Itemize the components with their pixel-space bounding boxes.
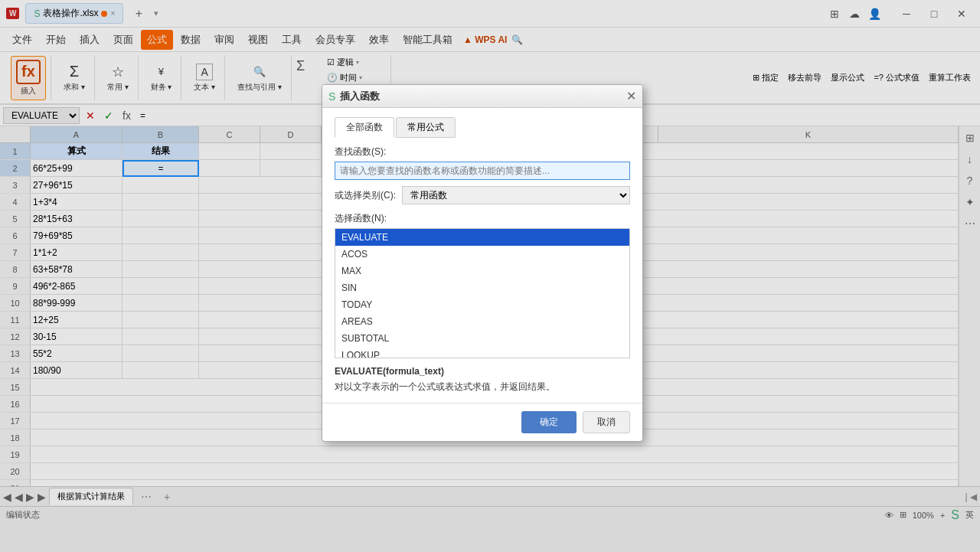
modal-title-text: 插入函数 xyxy=(340,90,626,103)
modal-title-icon: S xyxy=(328,90,335,103)
function-list[interactable]: EVALUATE ACOS MAX SIN TODAY AREAS SUBTOT… xyxy=(335,228,630,358)
modal-tab-common[interactable]: 常用公式 xyxy=(396,117,456,138)
modal-tabs: 全部函数 常用公式 xyxy=(335,117,630,138)
modal-header: S 插入函数 ✕ xyxy=(322,85,642,108)
funclist-label: 选择函数(N): xyxy=(335,212,630,225)
search-label: 查找函数(S): xyxy=(335,145,630,158)
ok-button[interactable]: 确定 xyxy=(521,411,577,433)
cancel-button[interactable]: 取消 xyxy=(583,411,630,433)
modal-close-button[interactable]: ✕ xyxy=(626,89,636,103)
func-desc: 对以文字表示的一个公式或表达式求值，并返回结果。 xyxy=(335,380,630,394)
func-item-today[interactable]: TODAY xyxy=(335,296,629,313)
modal-overlay: S 插入函数 ✕ 全部函数 常用公式 查找函数(S): 或选择类别(C): 常用… xyxy=(0,0,980,552)
func-item-subtotal[interactable]: SUBTOTAL xyxy=(335,330,629,347)
func-item-lookup[interactable]: LOOKUP xyxy=(335,347,629,358)
func-item-max[interactable]: MAX xyxy=(335,263,629,279)
search-input[interactable] xyxy=(335,162,630,180)
func-signature: EVALUATE(formula_text) xyxy=(335,366,630,377)
func-item-areas[interactable]: AREAS xyxy=(335,313,629,330)
modal-body: 全部函数 常用公式 查找函数(S): 或选择类别(C): 常用函数 选择函数(N… xyxy=(322,108,642,403)
modal-tab-all[interactable]: 全部函数 xyxy=(335,117,394,138)
category-select[interactable]: 常用函数 xyxy=(402,186,630,204)
func-item-evaluate[interactable]: EVALUATE xyxy=(335,229,629,246)
insert-function-dialog: S 插入函数 ✕ 全部函数 常用公式 查找函数(S): 或选择类别(C): 常用… xyxy=(322,84,643,442)
func-item-acos[interactable]: ACOS xyxy=(335,246,629,263)
modal-footer: 确定 取消 xyxy=(322,403,642,441)
category-label: 或选择类别(C): xyxy=(335,189,396,202)
func-item-sin[interactable]: SIN xyxy=(335,279,629,296)
category-row: 或选择类别(C): 常用函数 xyxy=(335,186,630,204)
